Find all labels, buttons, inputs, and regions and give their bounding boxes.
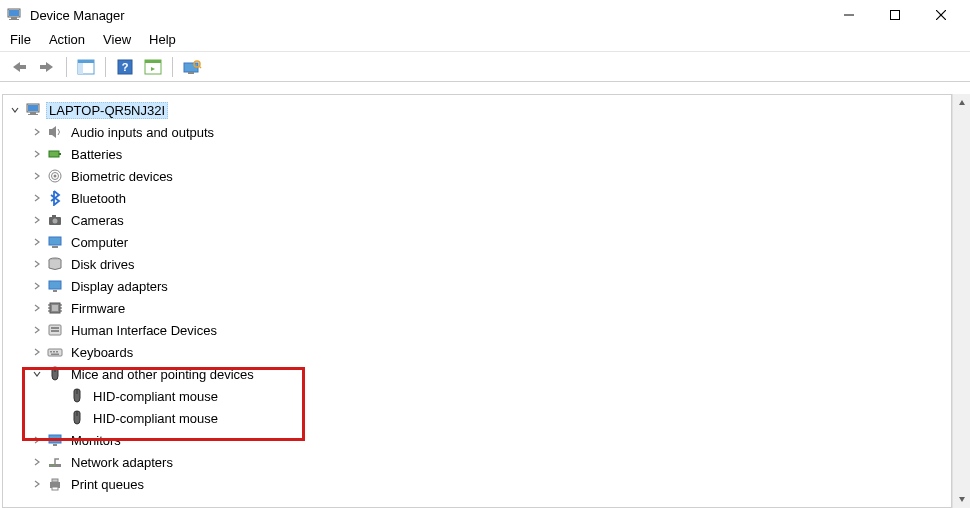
category-battery[interactable]: Batteries <box>7 143 951 165</box>
tree-root-node[interactable]: LAPTOP-QR5NJ32I <box>7 99 951 121</box>
svg-rect-11 <box>78 60 94 63</box>
category-bluetooth[interactable]: Bluetooth <box>7 187 951 209</box>
battery-icon <box>45 145 65 163</box>
menu-action[interactable]: Action <box>49 32 85 47</box>
category-label[interactable]: Disk drives <box>68 256 138 273</box>
svg-rect-48 <box>51 327 59 329</box>
svg-rect-54 <box>51 354 59 356</box>
help-toolbar-button[interactable]: ? <box>112 55 138 79</box>
vertical-scrollbar[interactable] <box>952 94 970 508</box>
category-label[interactable]: Display adapters <box>68 278 171 295</box>
category-computer[interactable]: Computer <box>7 231 951 253</box>
computer-icon <box>45 233 65 251</box>
menu-file[interactable]: File <box>10 32 31 47</box>
scan-hardware-button[interactable] <box>179 55 205 79</box>
console-tree-button[interactable] <box>73 55 99 79</box>
speaker-icon <box>45 123 65 141</box>
chevron-right-icon[interactable] <box>29 278 45 294</box>
category-label[interactable]: Print queues <box>68 476 147 493</box>
chevron-down-icon[interactable] <box>7 102 23 118</box>
svg-rect-52 <box>53 351 55 353</box>
svg-rect-24 <box>28 114 38 115</box>
mouse-icon <box>67 387 87 405</box>
minimize-button[interactable] <box>826 0 872 30</box>
category-display[interactable]: Display adapters <box>7 275 951 297</box>
category-mouse[interactable]: Mice and other pointing devices <box>7 363 951 385</box>
firmware-icon <box>45 299 65 317</box>
category-firmware[interactable]: Firmware <box>7 297 951 319</box>
chevron-right-icon[interactable] <box>29 234 45 250</box>
svg-point-30 <box>54 175 57 178</box>
svg-rect-37 <box>49 281 61 289</box>
category-label[interactable]: Biometric devices <box>68 168 176 185</box>
category-speaker[interactable]: Audio inputs and outputs <box>7 121 951 143</box>
svg-rect-2 <box>11 17 17 19</box>
category-printer[interactable]: Print queues <box>7 473 951 495</box>
chevron-right-icon[interactable] <box>29 476 45 492</box>
chevron-right-icon[interactable] <box>29 256 45 272</box>
forward-button[interactable] <box>34 55 60 79</box>
window-title: Device Manager <box>30 8 125 23</box>
computer-icon <box>23 101 43 119</box>
svg-point-32 <box>53 219 58 224</box>
svg-rect-65 <box>52 487 58 490</box>
category-label[interactable]: Mice and other pointing devices <box>68 366 257 383</box>
device-label[interactable]: HID-compliant mouse <box>90 388 221 405</box>
category-label[interactable]: Firmware <box>68 300 128 317</box>
chevron-right-icon[interactable] <box>29 300 45 316</box>
camera-icon <box>45 211 65 229</box>
category-label[interactable]: Batteries <box>68 146 125 163</box>
fingerprint-icon <box>45 167 65 185</box>
category-network[interactable]: Network adapters <box>7 451 951 473</box>
category-hid[interactable]: Human Interface Devices <box>7 319 951 341</box>
category-label[interactable]: Human Interface Devices <box>68 322 220 339</box>
root-label[interactable]: LAPTOP-QR5NJ32I <box>46 102 168 119</box>
chevron-right-icon[interactable] <box>29 168 45 184</box>
printer-icon <box>45 475 65 493</box>
device-mouse[interactable]: HID-compliant mouse <box>7 407 951 429</box>
device-mouse[interactable]: HID-compliant mouse <box>7 385 951 407</box>
menu-help[interactable]: Help <box>149 32 176 47</box>
network-icon <box>45 453 65 471</box>
category-label[interactable]: Computer <box>68 234 131 251</box>
category-fingerprint[interactable]: Biometric devices <box>7 165 951 187</box>
scroll-up-button[interactable] <box>953 94 970 112</box>
svg-rect-58 <box>49 435 61 443</box>
chevron-right-icon[interactable] <box>29 190 45 206</box>
mouse-icon <box>45 365 65 383</box>
menu-view[interactable]: View <box>103 32 131 47</box>
svg-rect-23 <box>30 112 36 114</box>
chevron-right-icon[interactable] <box>29 124 45 140</box>
svg-rect-27 <box>59 153 61 155</box>
category-disk[interactable]: Disk drives <box>7 253 951 275</box>
chevron-right-icon[interactable] <box>29 454 45 470</box>
category-camera[interactable]: Cameras <box>7 209 951 231</box>
device-label[interactable]: HID-compliant mouse <box>90 410 221 427</box>
back-button[interactable] <box>6 55 32 79</box>
category-label[interactable]: Keyboards <box>68 344 136 361</box>
category-label[interactable]: Audio inputs and outputs <box>68 124 217 141</box>
svg-rect-59 <box>53 444 57 446</box>
svg-rect-22 <box>28 105 38 111</box>
toolbar: ? <box>0 52 970 82</box>
keyboard-icon <box>45 343 65 361</box>
action-pane-button[interactable] <box>140 55 166 79</box>
chevron-right-icon[interactable] <box>29 322 45 338</box>
chevron-right-icon[interactable] <box>29 344 45 360</box>
scroll-down-button[interactable] <box>953 490 970 508</box>
category-label[interactable]: Monitors <box>68 432 124 449</box>
category-label[interactable]: Cameras <box>68 212 127 229</box>
chevron-right-icon[interactable] <box>29 212 45 228</box>
maximize-button[interactable] <box>872 0 918 30</box>
chevron-down-icon[interactable] <box>29 366 45 382</box>
category-monitor[interactable]: Monitors <box>7 429 951 451</box>
titlebar: Device Manager <box>0 0 970 30</box>
category-label[interactable]: Network adapters <box>68 454 176 471</box>
chevron-right-icon[interactable] <box>29 432 45 448</box>
category-keyboard[interactable]: Keyboards <box>7 341 951 363</box>
close-button[interactable] <box>918 0 964 30</box>
svg-rect-16 <box>145 60 161 63</box>
chevron-right-icon[interactable] <box>29 146 45 162</box>
category-label[interactable]: Bluetooth <box>68 190 129 207</box>
svg-text:?: ? <box>122 61 129 73</box>
